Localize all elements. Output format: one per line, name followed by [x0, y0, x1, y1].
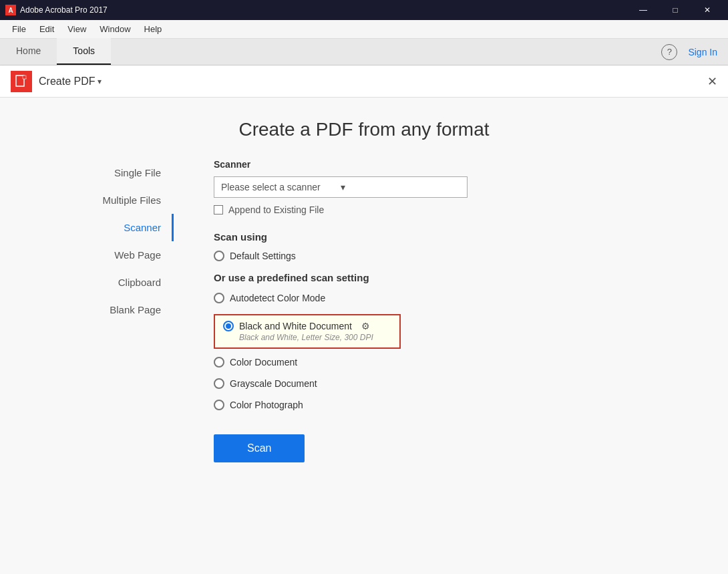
dropdown-arrow-icon: ▾ — [341, 182, 460, 192]
maximize-button[interactable]: □ — [660, 0, 691, 20]
menu-bar: File Edit View Window Help — [0, 20, 728, 39]
grayscale-label: Grayscale Document — [230, 378, 317, 389]
black-white-radio[interactable] — [223, 321, 234, 331]
tool-header: Create PDF ▾ ✕ — [0, 65, 728, 98]
black-white-desc: Black and White, Letter Size, 300 DPI — [239, 333, 391, 342]
menu-window[interactable]: Window — [93, 21, 137, 37]
black-white-option-box: Black and White Document ⚙ Black and Whi… — [214, 314, 401, 349]
page-title: Create a PDF from any format — [0, 98, 728, 159]
grayscale-row: Grayscale Document — [214, 378, 675, 389]
color-document-row: Color Document — [214, 357, 675, 368]
tool-title: Create PDF ▾ — [39, 76, 102, 88]
help-button[interactable]: ? — [661, 44, 677, 60]
autodetect-row: Autodetect Color Mode — [214, 293, 675, 303]
nav-single-file[interactable]: Single File — [53, 159, 174, 186]
tab-bar: Home Tools ? Sign In — [0, 39, 728, 65]
default-settings-label: Default Settings — [230, 251, 296, 261]
scanner-dropdown-text: Please select a scanner — [221, 182, 341, 192]
append-label: Append to Existing File — [228, 204, 324, 215]
predefined-label: Or use a predefined scan setting — [214, 272, 675, 283]
app-icon-letter: A — [8, 7, 13, 14]
default-settings-radio[interactable] — [214, 251, 224, 261]
scanner-dropdown[interactable]: Please select a scanner ▾ — [214, 176, 468, 198]
right-panel: Scanner Please select a scanner ▾ Append… — [187, 159, 675, 462]
append-checkbox[interactable] — [214, 205, 223, 214]
title-bar: A Adobe Acrobat Pro 2017 — □ ✕ — [0, 0, 728, 20]
svg-rect-1 — [23, 76, 26, 79]
tool-title-arrow[interactable]: ▾ — [98, 77, 102, 86]
menu-edit[interactable]: Edit — [33, 21, 61, 37]
append-row: Append to Existing File — [214, 204, 675, 215]
left-nav: Single File Multiple Files Scanner Web P… — [53, 159, 187, 462]
color-document-label: Color Document — [230, 357, 297, 368]
menu-file[interactable]: File — [5, 21, 33, 37]
default-settings-row: Default Settings — [214, 251, 675, 261]
color-photo-row: Color Photograph — [214, 400, 675, 410]
main-content: Create a PDF from any format Single File… — [0, 98, 728, 574]
nav-clipboard[interactable]: Clipboard — [53, 269, 174, 296]
close-window-button[interactable]: ✕ — [692, 0, 723, 20]
menu-view[interactable]: View — [61, 21, 93, 37]
tab-bar-right: ? Sign In — [661, 39, 728, 65]
nav-scanner[interactable]: Scanner — [53, 214, 174, 241]
tab-home[interactable]: Home — [0, 38, 57, 65]
autodetect-radio[interactable] — [214, 293, 224, 303]
content-area: Single File Multiple Files Scanner Web P… — [0, 159, 728, 462]
black-white-label: Black and White Document — [239, 321, 352, 331]
app-title: Adobe Acrobat Pro 2017 — [20, 5, 628, 15]
signin-button[interactable]: Sign In — [688, 47, 717, 57]
tab-tools[interactable]: Tools — [57, 38, 111, 65]
black-white-row: Black and White Document ⚙ — [223, 321, 391, 331]
window-controls: — □ ✕ — [628, 0, 723, 20]
grayscale-radio[interactable] — [214, 378, 224, 389]
scanner-label: Scanner — [214, 159, 675, 170]
autodetect-label: Autodetect Color Mode — [230, 293, 325, 303]
pdf-icon — [11, 71, 32, 92]
color-photo-radio[interactable] — [214, 400, 224, 410]
scan-using-label: Scan using — [214, 231, 675, 243]
nav-multiple-files[interactable]: Multiple Files — [53, 186, 174, 214]
app-icon: A — [5, 5, 16, 15]
nav-web-page[interactable]: Web Page — [53, 241, 174, 269]
menu-help[interactable]: Help — [138, 21, 169, 37]
close-tool-button[interactable]: ✕ — [707, 74, 717, 89]
color-photo-label: Color Photograph — [230, 400, 303, 410]
nav-blank-page[interactable]: Blank Page — [53, 296, 174, 323]
gear-icon[interactable]: ⚙ — [361, 321, 370, 331]
scan-button[interactable]: Scan — [214, 434, 305, 462]
minimize-button[interactable]: — — [628, 0, 659, 20]
color-document-radio[interactable] — [214, 357, 224, 368]
